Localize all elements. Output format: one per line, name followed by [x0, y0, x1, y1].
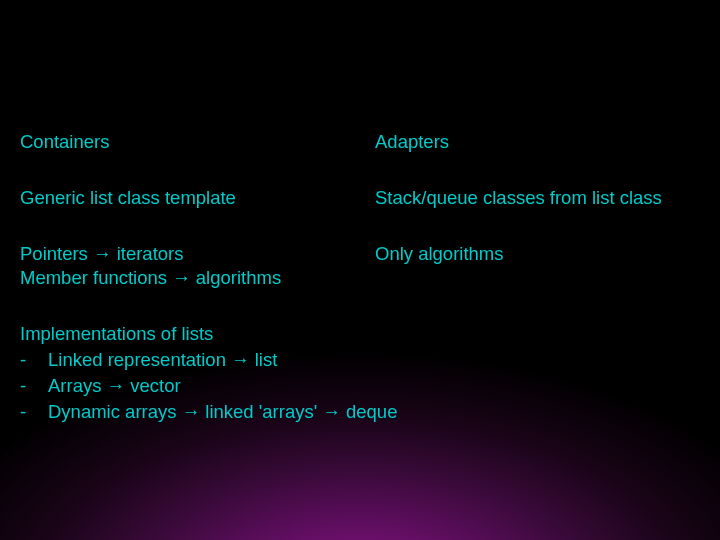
row-pointers-algorithms: Pointers → iterators Member functions → …	[20, 242, 720, 290]
bullet-dynamic-arrays: - Dynamic arrays → linked 'arrays' → deq…	[20, 400, 720, 424]
bullet-text-dynamic: Dynamic arrays → linked 'arrays' → deque	[48, 400, 720, 424]
implementations-block: Implementations of lists - Linked repres…	[20, 322, 720, 424]
text-member-functions: Member functions → algorithms	[20, 266, 375, 290]
bullet-linked-representation: - Linked representation → list	[20, 348, 720, 372]
slide: Containers Adapters Generic list class t…	[0, 0, 720, 540]
slide-content: Containers Adapters Generic list class t…	[20, 130, 720, 426]
row-generic-stackqueue: Generic list class template Stack/queue …	[20, 186, 720, 210]
bullet-arrays-vector: - Arrays → vector	[20, 374, 720, 398]
text-pointers-iterators: Pointers → iterators	[20, 242, 375, 266]
bullet-dash-icon: -	[20, 374, 48, 398]
bullet-text-linked: Linked representation → list	[48, 348, 720, 372]
row-containers-adapters: Containers Adapters	[20, 130, 720, 154]
cell-adapters: Adapters	[375, 130, 720, 154]
cell-generic-list: Generic list class template	[20, 186, 375, 210]
bullet-dash-icon: -	[20, 348, 48, 372]
cell-only-algorithms: Only algorithms	[375, 242, 720, 290]
bullet-dash-icon: -	[20, 400, 48, 424]
implementations-title: Implementations of lists	[20, 322, 720, 346]
cell-containers: Containers	[20, 130, 375, 154]
cell-stack-queue: Stack/queue classes from list class	[375, 186, 720, 210]
bullet-text-arrays: Arrays → vector	[48, 374, 720, 398]
cell-pointers-memberfns: Pointers → iterators Member functions → …	[20, 242, 375, 290]
